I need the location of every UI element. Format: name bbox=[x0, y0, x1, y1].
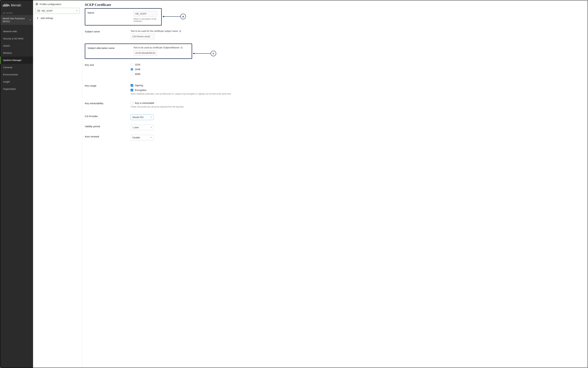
brand-vendor: cisco bbox=[3, 6, 10, 7]
callout-box-c: Subject alternative name Text to be used… bbox=[85, 44, 192, 59]
auto-renewal-select[interactable]: Disable bbox=[131, 135, 153, 140]
selected-setting-label: ISE_SCEP bbox=[41, 9, 53, 12]
key-extract-helper: If false, the private key cannot be expo… bbox=[131, 106, 585, 108]
settings-title: Profile configuration bbox=[40, 3, 61, 6]
sidebar-section-label: NETWORK bbox=[0, 9, 33, 15]
key-usage-helper: Some certificate authorities, such as Mi… bbox=[131, 93, 585, 95]
main-content: SCEP Certificate Name Name or descriptio… bbox=[82, 0, 588, 368]
key-size-1024[interactable]: 1024 bbox=[131, 63, 585, 66]
key-extract-row: Key extractability Key is extractable If… bbox=[85, 99, 585, 112]
callout-box-a: Name Name or description of the certific… bbox=[85, 8, 162, 26]
id-card-icon bbox=[37, 10, 40, 12]
chevron-down-icon bbox=[150, 127, 152, 128]
validity-row: Validity period 1 year bbox=[85, 122, 585, 132]
subject-name-hint: Text to be used for the certificate subj… bbox=[131, 30, 178, 32]
subject-name-input[interactable] bbox=[131, 34, 154, 39]
checkbox-icon[interactable] bbox=[131, 102, 133, 104]
sidebar-item-switch[interactable]: Switch bbox=[0, 42, 33, 49]
sidebar-item-cameras[interactable]: Cameras bbox=[0, 64, 33, 71]
add-settings-button[interactable]: + Add settings bbox=[35, 15, 80, 22]
settings-column: Profile configuration ISE_SCEP ✕ + Add s… bbox=[33, 0, 82, 368]
san-hint: Text to be used as certificate SubjectAl… bbox=[133, 46, 179, 49]
ca-provider-select[interactable]: Meraki PKI bbox=[131, 114, 153, 120]
chevron-down-icon bbox=[29, 20, 31, 20]
key-size-2048[interactable]: 2048 bbox=[131, 68, 585, 71]
brand-logo: cisco Meraki bbox=[0, 0, 33, 9]
brand-product: Meraki bbox=[11, 3, 21, 7]
settings-header: Profile configuration bbox=[35, 3, 80, 6]
radio-icon[interactable] bbox=[131, 63, 133, 66]
key-extract-option[interactable]: Key is extractable bbox=[131, 101, 585, 104]
checkbox-checked-icon[interactable] bbox=[131, 84, 133, 87]
selected-setting-pill[interactable]: ISE_SCEP ✕ bbox=[35, 8, 80, 14]
svg-point-0 bbox=[37, 4, 37, 5]
network-name: Meraki San Francisco SFO12 bbox=[3, 17, 29, 23]
annotation-a-label: a bbox=[180, 14, 186, 19]
info-icon[interactable]: i bbox=[179, 30, 181, 32]
auto-renewal-label: Auto renewal bbox=[85, 135, 131, 140]
chevron-down-icon bbox=[150, 117, 152, 118]
key-size-row: Key size 1024 2048 4096 bbox=[85, 61, 585, 82]
key-size-4096[interactable]: 4096 bbox=[131, 73, 585, 75]
checkbox-checked-icon[interactable] bbox=[131, 89, 133, 92]
key-usage-signing[interactable]: Signing bbox=[131, 84, 585, 87]
sidebar-item-systems-manager[interactable]: Systems Manager bbox=[0, 57, 33, 64]
sidebar-item-insight[interactable]: Insight bbox=[0, 78, 33, 85]
name-helper: Name or description of the certificate bbox=[133, 18, 159, 22]
radio-icon  bbox=[131, 73, 133, 75]
subject-name-label: Subject name bbox=[85, 30, 131, 39]
validity-label: Validity period bbox=[85, 125, 131, 130]
key-extract-label: Key extractability bbox=[85, 101, 131, 108]
key-usage-row: Key usage Signing Encryption Some certif… bbox=[85, 82, 585, 99]
subject-name-row: Subject name Text to be used for the cer… bbox=[85, 28, 585, 44]
key-size-label: Key size bbox=[85, 63, 131, 77]
radio-checked-icon[interactable] bbox=[131, 68, 133, 71]
app-frame: cisco Meraki NETWORK Meraki San Francisc… bbox=[0, 0, 588, 368]
sidebar-nav: Network-wide Security & SD-WAN Switch Wi… bbox=[0, 28, 33, 92]
sidebar-item-environmental[interactable]: Environmental bbox=[0, 71, 33, 78]
gear-icon bbox=[35, 3, 38, 6]
san-label: Subject alternative name bbox=[88, 46, 133, 56]
auto-renewal-row: Auto renewal Disable bbox=[85, 132, 585, 143]
annotation-c-label: c bbox=[211, 51, 216, 56]
key-usage-encryption[interactable]: Encryption bbox=[131, 89, 585, 92]
sidebar-item-wireless[interactable]: Wireless bbox=[0, 49, 33, 57]
annotation-marker-a: a bbox=[162, 14, 186, 19]
ca-provider-label: CA Provider bbox=[85, 114, 131, 120]
sidebar-item-network-wide[interactable]: Network-wide bbox=[0, 28, 33, 35]
info-icon[interactable]: i bbox=[180, 47, 183, 49]
validity-select[interactable]: 1 year bbox=[131, 125, 153, 130]
name-input[interactable] bbox=[133, 11, 157, 17]
annotation-marker-c: c bbox=[193, 51, 216, 56]
key-usage-label: Key usage bbox=[85, 84, 131, 95]
network-selector[interactable]: Meraki San Francisco SFO12 bbox=[0, 15, 33, 25]
page-title: SCEP Certificate bbox=[85, 3, 585, 7]
name-label: Name bbox=[88, 11, 133, 22]
plus-icon: + bbox=[37, 17, 39, 20]
remove-setting-button[interactable]: ✕ bbox=[76, 9, 78, 12]
add-settings-label: Add settings bbox=[41, 17, 53, 19]
ca-provider-row: CA Provider Meraki PKI bbox=[85, 112, 585, 122]
sidebar: cisco Meraki NETWORK Meraki San Francisc… bbox=[0, 0, 33, 368]
chevron-down-icon bbox=[150, 137, 152, 138]
sidebar-item-security-sdwan[interactable]: Security & SD-WAN bbox=[0, 35, 33, 42]
sidebar-item-organization[interactable]: Organization bbox=[0, 85, 33, 92]
san-input[interactable] bbox=[133, 50, 157, 56]
